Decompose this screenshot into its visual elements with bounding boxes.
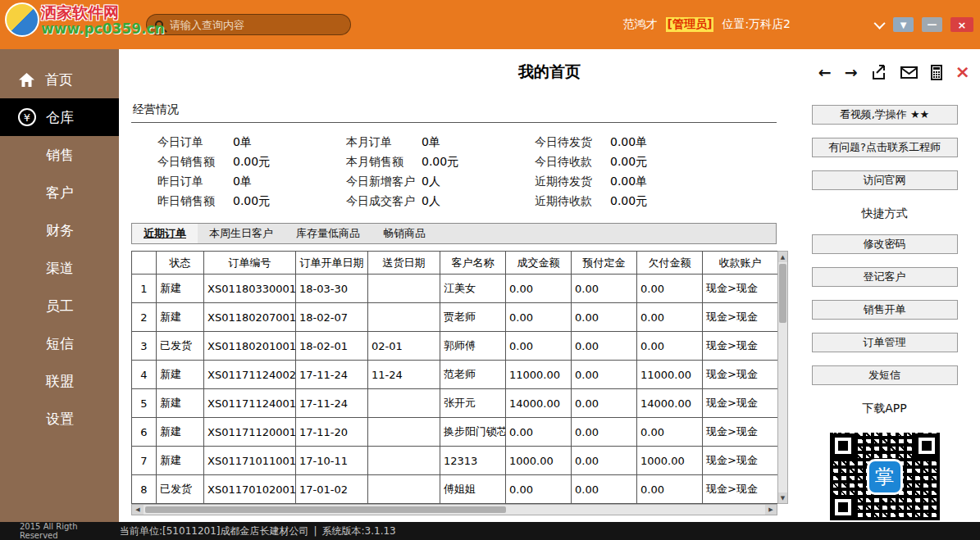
mail-icon[interactable] <box>900 66 918 79</box>
tab-low-stock[interactable]: 库存量低商品 <box>285 224 371 243</box>
stat-label: 近期待收款 <box>535 194 610 208</box>
scroll-up-icon[interactable]: ▲ <box>778 252 787 262</box>
orders-row[interactable]: 3已发货XS0118020100118-02-0102-01郭师傅0.000.0… <box>132 332 778 361</box>
minimize-button[interactable]: — <box>922 17 942 32</box>
topbar-right: 范鸿才 [管理员] 位置:万科店2 ▼ — × <box>623 17 980 32</box>
orders-cell: 1000.00 <box>506 447 572 475</box>
stat-label: 今日待发货 <box>535 135 610 149</box>
system-version-label: 系统版本:3.1.13 <box>322 524 396 538</box>
orders-cell: 6 <box>132 418 157 447</box>
back-icon[interactable]: ← <box>818 65 832 80</box>
orders-col-header: 客户名称 <box>440 252 506 275</box>
horizontal-scrollbar[interactable]: ◀ ▶ <box>131 504 777 515</box>
orders-row[interactable]: 7新建XS0117101100117-10-11123131000.000.00… <box>132 447 778 475</box>
sidebar-item-sms[interactable]: 短信 <box>0 324 119 362</box>
visit-website-button[interactable]: 访问官网 <box>812 170 958 190</box>
qr-finder-bottom-left <box>831 495 855 520</box>
calculator-icon[interactable] <box>931 65 942 80</box>
orders-cell: 2 <box>132 303 157 332</box>
orders-cell: 张开元 <box>440 389 506 418</box>
sidebar-item-alliance[interactable]: 联盟 <box>0 362 119 400</box>
stat-value: 0单 <box>233 175 252 188</box>
orders-cell: XS01171124002 <box>204 361 296 389</box>
orders-cell: 17-01-02 <box>296 475 368 504</box>
stats-column: 今日订单0单今日销售额0.00元昨日订单0单昨日销售额0.00元 <box>157 135 346 208</box>
stat-label: 本月订单 <box>346 135 422 149</box>
watch-video-button[interactable]: 看视频,学操作 ★★ <box>812 105 958 125</box>
orders-cell: 新建 <box>157 447 204 475</box>
orders-cell: 0.00 <box>637 303 703 332</box>
orders-cell: 0.00 <box>572 447 637 475</box>
vertical-scrollbar[interactable]: ▲ ▼ <box>777 251 788 504</box>
stat-value: 0.00元 <box>422 155 458 169</box>
orders-cell: 02-01 <box>368 332 440 361</box>
orders-row[interactable]: 8已发货XS0117010200117-01-02傅姐姐0.000.000.00… <box>132 475 778 504</box>
horizontal-scroll-thumb[interactable] <box>145 506 506 513</box>
watermark-texts: 洒家软件网 www.pc0359.cn <box>41 4 165 37</box>
orders-cell: XS01180201001 <box>204 332 296 361</box>
orders-row[interactable]: 2新建XS0118020700118-02-07贾老师0.000.000.00现… <box>132 303 778 332</box>
tab-recent-orders[interactable]: 近期订单 <box>132 224 198 243</box>
scroll-left-icon[interactable]: ◀ <box>132 505 144 515</box>
send-sms-button[interactable]: 发短信 <box>812 365 958 385</box>
sidebar-item-staff[interactable]: 员工 <box>0 287 119 324</box>
orders-cell: 14000.00 <box>637 389 703 418</box>
orders-cell: XS01180330001 <box>204 275 296 303</box>
orders-row[interactable]: 1新建XS0118033000118-03-30江美女0.000.000.00现… <box>132 275 778 303</box>
forward-icon[interactable]: → <box>845 65 858 80</box>
sidebar-item-channels[interactable]: 渠道 <box>0 249 119 287</box>
order-management-button[interactable]: 订单管理 <box>812 333 958 352</box>
stat-label: 今日订单 <box>157 135 233 149</box>
orders-cell: 0.00 <box>637 418 703 447</box>
stats-column: 今日待发货0.00单今日待收款0.00元近期待发货0.00单近期待收款0.00元 <box>535 135 723 208</box>
chevron-down-icon[interactable] <box>874 18 886 29</box>
tab-birthday-customers[interactable]: 本周生日客户 <box>198 224 285 243</box>
sidebar-item-sales[interactable]: 销售 <box>0 136 119 174</box>
qr-finder-top-left <box>831 433 855 458</box>
share-icon[interactable] <box>871 65 887 80</box>
section-title: 经营情况 <box>131 95 777 123</box>
stat-row: 昨日订单0单 <box>157 175 346 188</box>
vertical-scroll-thumb[interactable] <box>779 264 786 323</box>
page-title: 我的首页 <box>518 61 581 83</box>
scroll-down-icon[interactable]: ▼ <box>778 492 787 503</box>
search-input[interactable] <box>170 19 342 31</box>
body-row: 首页¥仓库销售客户财务渠道员工短信联盟设置 我的首页 ← → <box>0 49 980 522</box>
sales-billing-button[interactable]: 销售开单 <box>812 300 958 320</box>
shortcut-title: 快捷方式 <box>862 206 908 221</box>
orders-cell: 0.00 <box>572 418 637 447</box>
sidebar-item-settings[interactable]: 设置 <box>0 400 119 438</box>
content-body: 经营情况 今日订单0单今日销售额0.00元昨日订单0单昨日销售额0.00元本月订… <box>119 95 980 522</box>
qr-app-logo: 掌 <box>867 459 903 495</box>
stats-grid: 今日订单0单今日销售额0.00元昨日订单0单昨日销售额0.00元本月订单0单本月… <box>131 123 777 215</box>
orders-row[interactable]: 4新建XS0117112400217-11-2411-24范老师11000.00… <box>132 361 778 389</box>
orders-row[interactable]: 6新建XS0117112000117-11-20换步阳门锁芯0.000.000.… <box>132 418 778 447</box>
change-password-button[interactable]: 修改密码 <box>812 234 958 254</box>
skin-dropdown-button[interactable]: ▼ <box>893 17 914 32</box>
tab-best-sellers[interactable]: 畅销商品 <box>371 224 437 243</box>
orders-table-wrap: 状态订单编号订单开单日期送货日期客户名称成交金额预付定金欠付金额收款账户 1新建… <box>131 251 788 516</box>
orders-cell: 0.00 <box>572 332 637 361</box>
sidebar-item-finance[interactable]: 财务 <box>0 211 119 249</box>
sidebar-item-customers[interactable]: 客户 <box>0 174 119 211</box>
home-icon <box>18 72 35 88</box>
sidebar-item-home[interactable]: 首页 <box>0 61 119 98</box>
register-customer-button[interactable]: 登记客户 <box>812 267 958 287</box>
close-page-icon[interactable]: × <box>955 63 970 81</box>
orders-row[interactable]: 5新建XS0117112400117-11-24张开元14000.000.001… <box>132 389 778 418</box>
sidebar: 首页¥仓库销售客户财务渠道员工短信联盟设置 <box>0 49 119 522</box>
orders-cell: 傅姐姐 <box>440 475 506 504</box>
stat-label: 今日销售额 <box>157 155 233 169</box>
orders-cell: 0.00 <box>637 332 703 361</box>
sidebar-item-warehouse[interactable]: ¥仓库 <box>0 98 119 136</box>
scroll-right-icon[interactable]: ▶ <box>765 505 777 515</box>
orders-cell: 8 <box>132 475 157 504</box>
qr-finder-top-right <box>914 433 939 458</box>
orders-cell: 17-11-20 <box>296 418 368 447</box>
search-box[interactable] <box>146 14 351 35</box>
close-window-button[interactable]: × <box>950 17 973 32</box>
status-separator: | <box>313 525 317 537</box>
contact-engineer-button[interactable]: 有问题?点击联系工程师 <box>812 138 958 157</box>
orders-table-body: 1新建XS0118033000118-03-30江美女0.000.000.00现… <box>132 275 778 504</box>
orders-cell: 18-03-30 <box>296 275 368 303</box>
